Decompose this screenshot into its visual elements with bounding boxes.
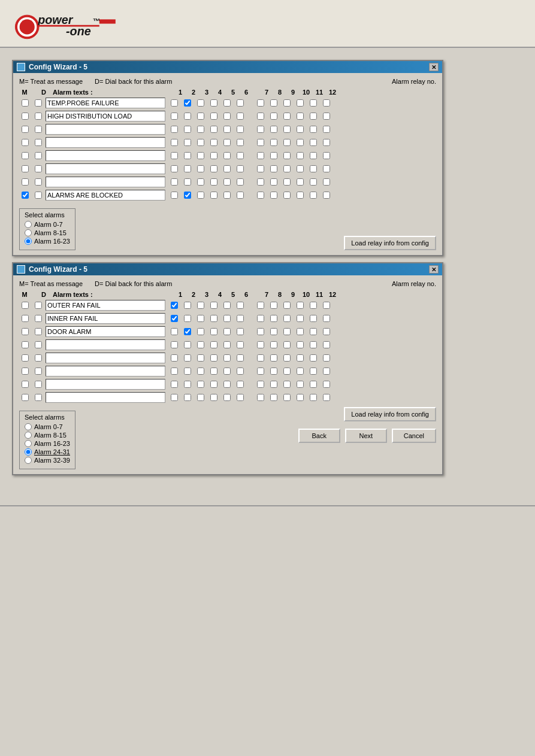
relay-checkbox-3-1[interactable] — [184, 139, 191, 146]
relay-checkbox-6-8[interactable] — [283, 178, 291, 186]
relay-checkbox-6-5[interactable] — [237, 178, 244, 186]
relay-checkbox-1-11[interactable] — [323, 315, 330, 322]
alarm-text-field-6[interactable] — [46, 177, 165, 187]
relay-checkbox-2-2[interactable] — [197, 126, 204, 133]
relay-checkbox-5-3[interactable] — [210, 368, 217, 375]
relay-checkbox-3-2[interactable] — [197, 139, 204, 146]
relay-checkbox-3-7[interactable] — [270, 139, 277, 146]
load-relay-btn-2[interactable]: Load relay info from config — [344, 407, 436, 421]
relay-checkbox-7-4[interactable] — [223, 394, 231, 401]
relay-checkbox-7-6[interactable] — [257, 394, 264, 401]
radio-alarm-8-15-input[interactable] — [25, 229, 32, 236]
relay-checkbox-6-9[interactable] — [297, 178, 304, 186]
relay-checkbox-6-11[interactable] — [323, 178, 330, 186]
relay-checkbox-2-11[interactable] — [323, 126, 330, 133]
relay-checkbox-0-1[interactable] — [184, 99, 191, 107]
relay-checkbox-3-11[interactable] — [323, 139, 330, 146]
relay-checkbox-1-5[interactable] — [237, 113, 244, 120]
alarm-text-field-7[interactable] — [46, 190, 165, 201]
relay-checkbox-0-9[interactable] — [297, 302, 304, 309]
relay-checkbox-7-5[interactable] — [237, 192, 244, 199]
m-checkbox-6[interactable] — [22, 381, 29, 388]
d-checkbox-7[interactable] — [35, 192, 42, 199]
relay-checkbox-1-6[interactable] — [257, 113, 264, 120]
relay-checkbox-5-10[interactable] — [310, 368, 317, 375]
load-relay-btn-1[interactable]: Load relay info from config — [344, 236, 436, 250]
relay-checkbox-3-10[interactable] — [310, 139, 317, 146]
relay-checkbox-7-7[interactable] — [270, 394, 277, 401]
alarm-text-field-4[interactable] — [46, 150, 165, 161]
d-checkbox-5[interactable] — [35, 165, 42, 172]
m-checkbox-3[interactable] — [22, 341, 29, 348]
relay-checkbox-4-7[interactable] — [270, 354, 277, 362]
alarm-text-field-5[interactable] — [46, 163, 165, 174]
relay-checkbox-2-9[interactable] — [297, 328, 304, 335]
d-checkbox-0[interactable] — [35, 99, 42, 107]
d2-radio-alarm-16-23[interactable]: Alarm 16-23 — [25, 440, 70, 447]
relay-checkbox-0-0[interactable] — [171, 302, 178, 309]
relay-checkbox-5-3[interactable] — [210, 165, 217, 172]
relay-checkbox-0-6[interactable] — [257, 302, 264, 309]
relay-checkbox-1-5[interactable] — [237, 315, 244, 322]
d-checkbox-2[interactable] — [35, 126, 42, 133]
m-checkbox-5[interactable] — [22, 368, 29, 375]
relay-checkbox-7-6[interactable] — [257, 192, 264, 199]
relay-checkbox-0-7[interactable] — [270, 302, 277, 309]
relay-checkbox-4-2[interactable] — [197, 354, 204, 362]
relay-checkbox-4-0[interactable] — [171, 152, 178, 159]
relay-checkbox-7-11[interactable] — [323, 394, 330, 401]
d-checkbox-3[interactable] — [35, 341, 42, 348]
relay-checkbox-3-9[interactable] — [297, 341, 304, 348]
relay-checkbox-2-5[interactable] — [237, 328, 244, 335]
relay-checkbox-1-3[interactable] — [210, 113, 217, 120]
relay-checkbox-4-6[interactable] — [257, 354, 264, 362]
m-checkbox-3[interactable] — [22, 139, 29, 146]
d-checkbox-4[interactable] — [35, 152, 42, 159]
dialog-2-close-button[interactable]: ✕ — [429, 265, 439, 274]
alarm-text-field-5[interactable] — [46, 366, 165, 377]
d2-radio-alarm-0-7-input[interactable] — [25, 423, 32, 430]
relay-checkbox-0-11[interactable] — [323, 302, 330, 309]
relay-checkbox-4-0[interactable] — [171, 354, 178, 362]
dialog-1-close-button[interactable]: ✕ — [429, 63, 439, 71]
d-checkbox-6[interactable] — [35, 381, 42, 388]
relay-checkbox-6-6[interactable] — [257, 381, 264, 388]
relay-checkbox-1-11[interactable] — [323, 113, 330, 120]
relay-checkbox-3-0[interactable] — [171, 341, 178, 348]
relay-checkbox-6-7[interactable] — [270, 178, 277, 186]
d-checkbox-7[interactable] — [35, 394, 42, 401]
relay-checkbox-6-3[interactable] — [210, 178, 217, 186]
m-checkbox-6[interactable] — [22, 178, 29, 186]
relay-checkbox-1-8[interactable] — [283, 113, 291, 120]
relay-checkbox-6-4[interactable] — [223, 381, 231, 388]
relay-checkbox-7-0[interactable] — [171, 192, 178, 199]
relay-checkbox-6-1[interactable] — [184, 178, 191, 186]
relay-checkbox-1-6[interactable] — [257, 315, 264, 322]
relay-checkbox-4-9[interactable] — [297, 152, 304, 159]
alarm-text-field-2[interactable] — [46, 326, 165, 337]
d-checkbox-2[interactable] — [35, 328, 42, 335]
relay-checkbox-5-6[interactable] — [257, 368, 264, 375]
m-checkbox-4[interactable] — [22, 354, 29, 362]
relay-checkbox-5-2[interactable] — [197, 165, 204, 172]
relay-checkbox-3-2[interactable] — [197, 341, 204, 348]
relay-checkbox-0-11[interactable] — [323, 99, 330, 107]
relay-checkbox-0-10[interactable] — [310, 99, 317, 107]
relay-checkbox-3-7[interactable] — [270, 341, 277, 348]
m-checkbox-1[interactable] — [22, 113, 29, 120]
relay-checkbox-7-1[interactable] — [184, 192, 191, 199]
radio-alarm-8-15[interactable]: Alarm 8-15 — [25, 229, 70, 236]
relay-checkbox-6-5[interactable] — [237, 381, 244, 388]
relay-checkbox-3-1[interactable] — [184, 341, 191, 348]
relay-checkbox-3-8[interactable] — [283, 139, 291, 146]
relay-checkbox-2-8[interactable] — [283, 328, 291, 335]
relay-checkbox-6-2[interactable] — [197, 381, 204, 388]
relay-checkbox-2-5[interactable] — [237, 126, 244, 133]
relay-checkbox-0-2[interactable] — [197, 302, 204, 309]
d-checkbox-0[interactable] — [35, 302, 42, 309]
relay-checkbox-2-0[interactable] — [171, 328, 178, 335]
relay-checkbox-3-4[interactable] — [223, 139, 231, 146]
relay-checkbox-4-5[interactable] — [237, 152, 244, 159]
alarm-text-field-1[interactable] — [46, 111, 165, 122]
d2-radio-alarm-0-7[interactable]: Alarm 0-7 — [25, 423, 70, 430]
